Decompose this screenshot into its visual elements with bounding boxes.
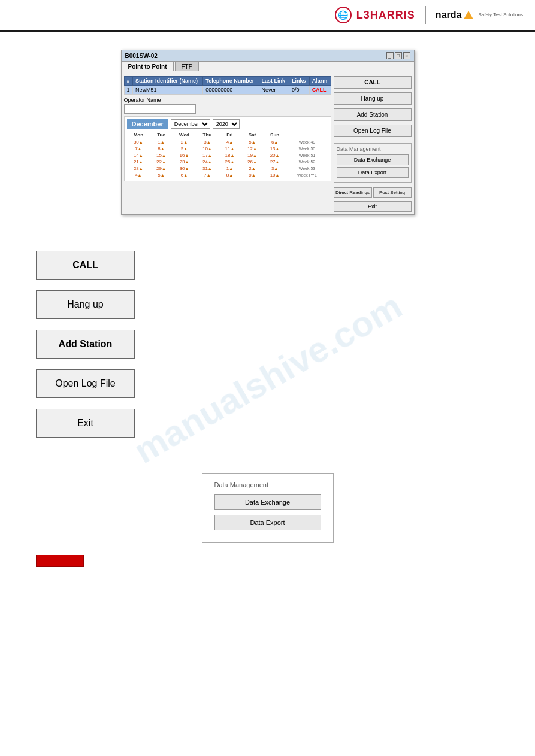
exit-button-small[interactable]: Exit [334,201,412,212]
cal-day[interactable]: 30▲ [127,139,150,145]
add-station-button-small[interactable]: Add Station [334,108,412,121]
cell-links: 0/0 [289,86,309,95]
post-setting-button[interactable]: Post Setting [373,187,412,198]
window-titlebar: B001SW-02 _ □ × [122,50,414,62]
cal-header-fri: Fri [219,131,241,139]
cal-day[interactable]: 15▲ [150,152,173,159]
month-select[interactable]: December [171,119,210,129]
open-log-file-button-small[interactable]: Open Log File [334,125,412,137]
cal-day[interactable]: 22▲ [150,159,173,165]
cal-day[interactable]: 6▲ [264,139,286,145]
hangup-button-small[interactable]: Hang up [334,92,412,105]
cal-day[interactable]: 4▲ [219,139,241,145]
cal-header-tue: Tue [150,131,173,139]
cal-header-week [286,131,328,139]
cal-day[interactable]: 19▲ [241,152,264,159]
operator-label: Operator Name [124,97,331,103]
operator-input[interactable] [124,104,196,114]
cal-day[interactable]: 26▲ [241,159,264,165]
week-label: Week 49 [286,139,328,145]
table-row[interactable]: 1 NewM51 000000000 Never 0/0 CALL [124,86,331,95]
cal-day[interactable]: 2▲ [241,165,264,172]
cal-day[interactable]: 5▲ [241,139,264,145]
cal-day[interactable]: 12▲ [241,145,264,152]
narda-triangle-icon [464,11,473,19]
cal-day[interactable]: 6▲ [173,172,196,178]
cal-day[interactable]: 10▲ [264,172,286,178]
cal-header-sat: Sat [241,131,264,139]
logo-area: 🌐 L3HARRIS narda Safety Test Solutions [335,6,523,24]
open-log-file-button-large[interactable]: Open Log File [36,369,135,398]
week-label: Week 50 [286,145,328,152]
cal-day[interactable]: 16▲ [173,152,196,159]
tab-ftp[interactable]: FTP [175,62,200,71]
cal-day[interactable]: 8▲ [219,172,241,178]
cal-day[interactable]: 21▲ [127,159,150,165]
cal-day[interactable]: 20▲ [264,152,286,159]
cal-day[interactable]: 18▲ [219,152,241,159]
maximize-button[interactable]: □ [395,52,402,59]
cal-day[interactable]: 1▲ [150,139,173,145]
cal-day[interactable]: 23▲ [173,159,196,165]
week-label: Week 52 [286,159,328,165]
year-select[interactable]: 2020 [213,119,240,129]
cal-header-mon: Mon [127,131,150,139]
bottom-rect-section [0,549,535,573]
narda-logo: narda [436,10,474,20]
exit-button-large[interactable]: Exit [36,409,135,438]
cal-day[interactable]: 1▲ [219,165,241,172]
operator-section: Operator Name [124,97,331,114]
minimize-button[interactable]: _ [386,52,394,59]
cal-day[interactable]: 13▲ [264,145,286,152]
call-button-large[interactable]: CALL [36,251,135,280]
window-content: # Station Identifier (Name) Telephone Nu… [122,74,414,214]
l3harris-logo: L3HARRIS [356,9,415,22]
cal-day[interactable]: 7▲ [127,145,150,152]
cal-day[interactable]: 5▲ [150,172,173,178]
cal-day[interactable]: 9▲ [173,145,196,152]
logo-divider [425,6,426,24]
cal-day[interactable]: 30▲ [173,165,196,172]
data-management-label: Data Management [337,146,409,152]
tab-point-to-point[interactable]: Point to Point [122,62,174,71]
cal-day[interactable]: 11▲ [219,145,241,152]
data-export-button-large[interactable]: Data Export [214,515,321,530]
app-window: B001SW-02 _ □ × Point to Point FTP # [121,50,415,215]
data-exchange-button-small[interactable]: Data Exchange [337,154,409,165]
month-display: December [127,119,168,129]
data-management-large: Data Management Data Exchange Data Expor… [0,462,535,549]
data-export-button-small[interactable]: Data Export [337,167,409,178]
data-exchange-button-large[interactable]: Data Exchange [214,494,321,510]
cell-num: 1 [124,86,133,95]
cal-day[interactable]: 7▲ [196,172,219,178]
cal-day[interactable]: 4▲ [127,172,150,178]
cell-telephone: 000000000 [203,86,259,95]
cal-day[interactable]: 31▲ [196,165,219,172]
cal-header-thu: Thu [196,131,219,139]
cal-day[interactable]: 17▲ [196,152,219,159]
call-button-small[interactable]: CALL [334,76,412,89]
cal-day[interactable]: 10▲ [196,145,219,152]
header: 🌐 L3HARRIS narda Safety Test Solutions [0,0,535,32]
cal-day[interactable]: 29▲ [150,165,173,172]
cal-day[interactable]: 3▲ [264,165,286,172]
data-management-large-title: Data Management [214,481,321,488]
cal-day[interactable]: 28▲ [127,165,150,172]
close-button[interactable]: × [403,52,410,59]
cal-day[interactable]: 25▲ [219,159,241,165]
data-management-section: Data Management Data Exchange Data Expor… [334,143,412,183]
window-title: B001SW-02 [125,53,158,59]
hangup-button-large[interactable]: Hang up [36,290,135,319]
cal-day[interactable]: 8▲ [150,145,173,152]
cal-day[interactable]: 24▲ [196,159,219,165]
add-station-button-large[interactable]: Add Station [36,330,135,359]
cal-day[interactable]: 2▲ [173,139,196,145]
left-panel: # Station Identifier (Name) Telephone Nu… [124,76,331,212]
small-red-rectangle [36,555,84,567]
cal-day[interactable]: 27▲ [264,159,286,165]
cal-day[interactable]: 3▲ [196,139,219,145]
cal-day[interactable]: 9▲ [241,172,264,178]
cal-day[interactable]: 14▲ [127,152,150,159]
direct-readings-button[interactable]: Direct Readings [334,187,372,198]
tab-bar: Point to Point FTP [122,62,414,71]
